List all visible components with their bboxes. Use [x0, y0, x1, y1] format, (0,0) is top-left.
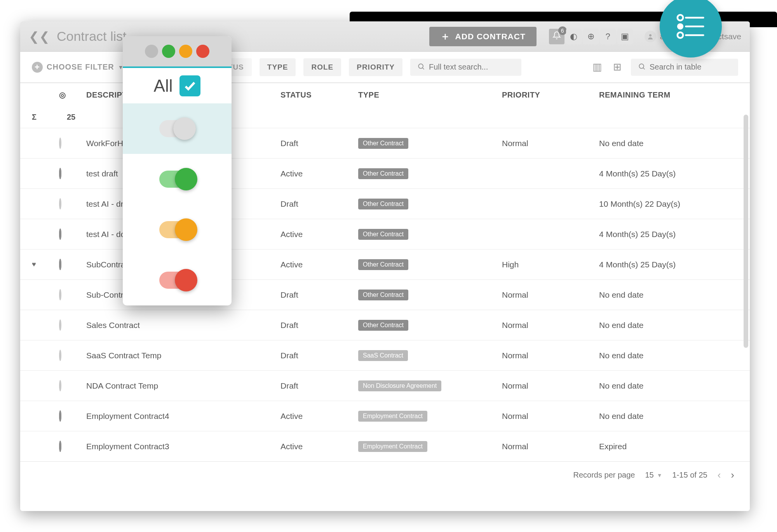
- back-icon[interactable]: ❮❮: [29, 29, 50, 44]
- list-icon: [673, 9, 708, 44]
- bookmark-button[interactable]: ▣: [617, 29, 633, 44]
- popover-header: [123, 36, 232, 66]
- filter-pill-priority[interactable]: PRIORITY: [349, 58, 402, 76]
- help-icon: ?: [606, 31, 610, 42]
- filter-pill-role[interactable]: ROLE: [303, 58, 341, 76]
- toggle-red[interactable]: [159, 272, 195, 289]
- row-remaining: No end date: [599, 381, 716, 391]
- search-icon: [638, 63, 646, 72]
- row-status-dot[interactable]: [59, 139, 86, 148]
- svg-point-3: [639, 64, 644, 68]
- popover-all-row[interactable]: All: [123, 66, 232, 103]
- choose-filter-button[interactable]: + CHOOSE FILTER ▼: [32, 62, 124, 73]
- table-search-input[interactable]: [650, 63, 731, 72]
- row-status: Draft: [280, 321, 358, 330]
- row-status-dot[interactable]: [59, 412, 86, 421]
- status-dot-red[interactable]: [196, 45, 209, 58]
- row-status-dot[interactable]: [59, 290, 86, 300]
- svg-point-9: [678, 32, 683, 38]
- toggle-row-orange[interactable]: [123, 204, 232, 255]
- toggle-orange[interactable]: [159, 221, 195, 238]
- plus-circle-icon: +: [32, 62, 43, 73]
- toggle-row-green[interactable]: [123, 154, 232, 204]
- row-status-dot[interactable]: [59, 199, 86, 209]
- add-contract-button[interactable]: ＋ ADD CONTRACT: [429, 27, 537, 46]
- radio-icon: ◎: [59, 91, 66, 99]
- row-status-dot[interactable]: [59, 381, 86, 391]
- calendar-plus-icon: ⊞: [613, 61, 622, 73]
- all-checkbox[interactable]: [179, 75, 200, 96]
- filter-pill-type[interactable]: TYPE: [260, 58, 296, 76]
- row-status-dot[interactable]: [59, 169, 86, 178]
- status-dot-green[interactable]: [162, 45, 175, 58]
- full-text-input[interactable]: [429, 63, 514, 72]
- row-remaining: 10 Month(s) 22 Day(s): [599, 199, 716, 209]
- full-text-search[interactable]: [410, 59, 521, 76]
- toggle-knob: [175, 218, 197, 241]
- toggle-green[interactable]: [159, 171, 195, 188]
- row-remaining: No end date: [599, 412, 716, 421]
- row-type: Other Contract: [358, 290, 502, 300]
- table-search[interactable]: [631, 59, 738, 76]
- row-priority: Normal: [502, 290, 599, 300]
- date-button[interactable]: ⊞: [611, 61, 624, 74]
- help-button[interactable]: ?: [600, 29, 616, 44]
- add-contract-label: ADD CONTRACT: [455, 32, 526, 41]
- col-remaining[interactable]: REMAINING TERM: [599, 91, 716, 99]
- favorite-icon[interactable]: ♥: [32, 260, 59, 269]
- svg-line-2: [423, 68, 424, 69]
- row-priority: Normal: [502, 442, 599, 451]
- table-row[interactable]: SaaS Contract TempDraftSaaS ContractNorm…: [20, 340, 750, 370]
- table-row[interactable]: Employment Contract4ActiveEmployment Con…: [20, 401, 750, 431]
- row-type: Other Contract: [358, 168, 502, 179]
- page-size-select[interactable]: 15 ▼: [645, 471, 662, 480]
- select-all-header[interactable]: ◎: [59, 90, 86, 99]
- row-status-dot[interactable]: [59, 351, 86, 360]
- col-type[interactable]: TYPE: [358, 91, 502, 99]
- toggle-knob: [173, 117, 196, 140]
- toggle-row-grey[interactable]: [123, 103, 232, 154]
- toggle-grey[interactable]: [159, 120, 195, 137]
- search-icon: [417, 63, 425, 72]
- status-dot-grey[interactable]: [145, 45, 158, 58]
- row-type: Other Contract: [358, 199, 502, 209]
- page-range: 1-15 of 25: [672, 471, 707, 480]
- row-status: Active: [280, 260, 358, 269]
- col-priority[interactable]: PRIORITY: [502, 91, 599, 99]
- table-row[interactable]: Employment Contract3ActiveEmployment Con…: [20, 431, 750, 461]
- notifications-button[interactable]: 6: [549, 29, 564, 44]
- columns-icon: ▥: [592, 61, 602, 73]
- row-description: NDA Contract Temp: [86, 381, 280, 391]
- col-status[interactable]: STATUS: [280, 91, 358, 99]
- row-type: SaaS Contract: [358, 350, 502, 361]
- sigma-label: Σ: [32, 113, 59, 122]
- row-remaining: 4 Month(s) 25 Day(s): [599, 169, 716, 178]
- row-remaining: Expired: [599, 442, 716, 451]
- prev-page-button[interactable]: ‹: [718, 469, 721, 481]
- contrast-button[interactable]: ◐: [566, 29, 582, 44]
- plus-icon: ＋: [440, 30, 451, 43]
- table-row[interactable]: Sales ContractDraftOther ContractNormalN…: [20, 310, 750, 340]
- toggle-row-red[interactable]: [123, 255, 232, 305]
- row-remaining: No end date: [599, 290, 716, 300]
- table-row[interactable]: NDA Contract TempDraftNon Disclosure Agr…: [20, 370, 750, 401]
- row-status-dot[interactable]: [59, 260, 86, 269]
- next-page-button[interactable]: ›: [731, 469, 734, 481]
- row-status-dot[interactable]: [59, 321, 86, 330]
- row-status-dot[interactable]: [59, 230, 86, 239]
- row-status: Draft: [280, 139, 358, 148]
- svg-line-4: [643, 68, 645, 69]
- language-button[interactable]: ⊕: [583, 29, 599, 44]
- status-dot-orange[interactable]: [179, 45, 192, 58]
- row-priority: Normal: [502, 139, 599, 148]
- row-status-dot[interactable]: [59, 442, 86, 451]
- row-priority: Normal: [502, 321, 599, 330]
- toggle-knob: [175, 168, 197, 190]
- svg-point-1: [418, 64, 423, 68]
- avatar-icon: [645, 31, 656, 42]
- status-filter-popover: All: [123, 36, 232, 305]
- notification-count-badge: 6: [558, 26, 567, 35]
- filter-right-tools: ▥ ⊞: [591, 59, 738, 76]
- vertical-scrollbar[interactable]: [744, 115, 748, 348]
- columns-button[interactable]: ▥: [591, 61, 604, 74]
